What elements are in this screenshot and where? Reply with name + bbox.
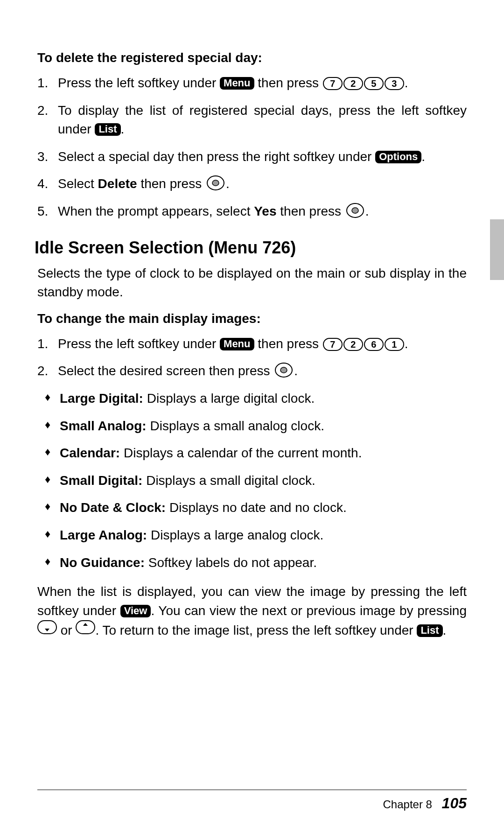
text: . — [365, 204, 369, 218]
delete-steps-list: Press the left softkey under Menu then p… — [37, 74, 467, 221]
screen-options-list: Large Digital: Displays a large digital … — [42, 389, 467, 572]
text: then press — [137, 176, 205, 191]
nav-down-icon — [37, 620, 57, 634]
delete-step-3: Select a special day then press the righ… — [37, 147, 467, 167]
delete-step-2: To display the list of registered specia… — [37, 101, 467, 139]
text: or — [57, 623, 76, 637]
delete-special-day-heading: To delete the registered special day: — [37, 50, 467, 65]
text: . To return to the image list, press the… — [95, 623, 417, 637]
ok-button-icon — [274, 362, 293, 378]
delete-bold: Delete — [98, 176, 137, 191]
list-softkey-label: List — [95, 123, 120, 136]
option-name: No Date & Clock: — [60, 500, 166, 515]
option-desc: Displays a calendar of the current month… — [120, 446, 362, 460]
text: Select the desired screen then press — [58, 364, 273, 378]
text: then press — [254, 336, 322, 351]
ok-button-icon — [346, 203, 364, 218]
change-display-steps: Press the left softkey under Menu then p… — [37, 335, 467, 381]
text: . — [405, 76, 408, 90]
text: When the prompt appears, select — [58, 204, 254, 218]
svg-point-3 — [352, 208, 358, 213]
option-small-analog: Small Analog: Displays a small analog cl… — [42, 417, 467, 436]
option-no-guidance: No Guidance: Softkey labels do not appea… — [42, 553, 467, 573]
text: . — [443, 623, 447, 637]
text: Select — [58, 176, 98, 191]
keypad-2-icon: 2 — [343, 77, 363, 90]
option-name: Small Digital: — [60, 473, 142, 488]
keypad-1-icon: 1 — [385, 338, 404, 351]
text: Press the left softkey under — [58, 76, 220, 90]
option-small-digital: Small Digital: Displays a small digital … — [42, 471, 467, 490]
keypad-5-icon: 5 — [364, 77, 384, 90]
delete-step-4: Select Delete then press . — [37, 175, 467, 194]
yes-bold: Yes — [254, 204, 276, 218]
svg-point-1 — [212, 180, 219, 186]
change-step-1: Press the left softkey under Menu then p… — [37, 335, 467, 354]
idle-screen-title: Idle Screen Selection (Menu 726) — [35, 238, 467, 258]
page-footer: Chapter 8 105 — [37, 790, 467, 812]
option-desc: Displays a small digital clock. — [142, 473, 315, 488]
change-display-subhead: To change the main display images: — [37, 311, 467, 326]
option-name: Large Analog: — [60, 528, 147, 542]
tail-paragraph: When the list is displayed, you can view… — [37, 582, 467, 640]
option-calendar: Calendar: Displays a calendar of the cur… — [42, 444, 467, 463]
nav-up-icon — [76, 620, 95, 634]
option-large-analog: Large Analog: Displays a large analog cl… — [42, 526, 467, 545]
idle-screen-intro: Selects the type of clock to be displaye… — [37, 264, 467, 302]
keypad-3-icon: 3 — [385, 77, 404, 90]
option-desc: Displays a small analog clock. — [147, 419, 324, 433]
text: . — [226, 176, 230, 191]
thumb-tab — [490, 219, 504, 280]
page-number: 105 — [442, 795, 467, 812]
text: then press — [254, 76, 322, 90]
delete-step-5: When the prompt appears, select Yes then… — [37, 202, 467, 221]
menu-softkey-label: Menu — [220, 77, 254, 90]
page-content: To delete the registered special day: Pr… — [0, 0, 504, 640]
keypad-7-icon: 7 — [323, 77, 343, 90]
keypad-7-icon: 7 — [323, 338, 343, 351]
option-desc: Displays a large analog clock. — [147, 528, 323, 542]
option-desc: Softkey labels do not appear. — [145, 555, 317, 570]
text: . — [405, 336, 408, 351]
option-name: No Guidance: — [60, 555, 145, 570]
delete-step-1: Press the left softkey under Menu then p… — [37, 74, 467, 93]
list-softkey-label: List — [417, 624, 442, 637]
keypad-6-icon: 6 — [364, 338, 384, 351]
option-desc: Displays no date and no clock. — [166, 500, 347, 515]
text: . — [294, 364, 298, 378]
text: Select a special day then press the righ… — [58, 149, 375, 164]
text: Press the left softkey under — [58, 336, 220, 351]
view-softkey-label: View — [120, 605, 151, 617]
options-softkey-label: Options — [375, 151, 421, 163]
option-no-date-clock: No Date & Clock: Displays no date and no… — [42, 498, 467, 518]
option-desc: Displays a large digital clock. — [143, 391, 315, 406]
menu-softkey-label: Menu — [220, 338, 254, 350]
keypad-2-icon: 2 — [343, 338, 363, 351]
text: . You can view the next or previous imag… — [151, 603, 467, 618]
option-large-digital: Large Digital: Displays a large digital … — [42, 389, 467, 408]
chapter-label: Chapter 8 — [383, 798, 432, 811]
option-name: Small Analog: — [60, 419, 147, 433]
text: . — [121, 122, 125, 136]
svg-point-5 — [280, 367, 287, 373]
text: then press — [277, 204, 345, 218]
option-name: Calendar: — [60, 446, 120, 460]
change-step-2: Select the desired screen then press . — [37, 362, 467, 381]
ok-button-icon — [206, 175, 225, 191]
text: . — [421, 149, 425, 164]
option-name: Large Digital: — [60, 391, 143, 406]
